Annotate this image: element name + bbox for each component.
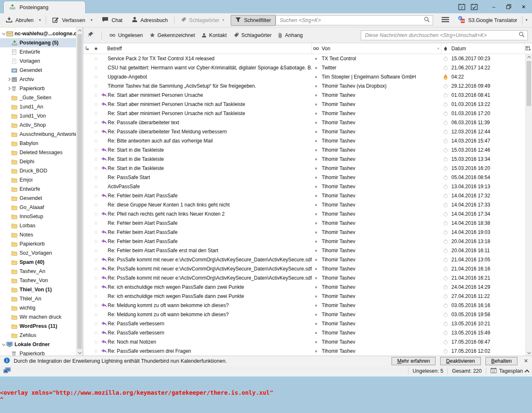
junk-status-icon[interactable] [441,246,450,255]
star-toggle[interactable]: ☆ [91,246,101,255]
translator-dropdown[interactable]: ▾ [523,16,530,24]
message-list-scrollbar[interactable] [525,54,532,356]
star-toggle[interactable]: ☆ [91,54,101,63]
folder-item-1und1-von[interactable]: 1und1_Von [0,111,83,120]
scroll-up-icon[interactable] [76,27,83,34]
folder-item-innosetup[interactable]: InnoSetup [0,212,83,221]
tab-posteingang[interactable]: Posteingang [3,1,86,13]
junk-status-icon[interactable] [441,328,450,337]
message-row[interactable]: ☆Re: Start in die TaskleisteTihomir Tash… [83,155,532,164]
folder-item-soz-vorlagen[interactable]: Soz_Vorlagen [0,248,83,258]
read-column-header[interactable] [312,43,320,54]
message-row[interactable]: ☆Upgrade-AngebotTim Stoepler | Engelmann… [83,72,532,81]
star-toggle[interactable]: ☆ [91,219,101,228]
folder-item-entw-rfe[interactable]: Entwürfe [0,47,83,57]
junk-status-icon[interactable] [441,219,450,228]
from-column-header[interactable]: Von ▾ [320,43,441,54]
get-messages-dropdown[interactable]: ▾ [37,16,43,24]
minimize-button[interactable]: – [487,1,500,12]
behalten-button[interactable]: Behalten [485,357,517,365]
thread-column-header[interactable] [83,43,91,54]
folder-item-emjoi[interactable]: Emjoi [0,175,83,184]
message-filter-input[interactable] [364,32,519,39]
message-row[interactable]: ☆Re: PassSafe verbessernTihomir Tashev13… [83,319,532,328]
junk-flag-icon[interactable] [441,72,450,81]
junk-status-icon[interactable] [441,63,450,72]
star-toggle[interactable]: ☆ [91,237,101,246]
message-row[interactable]: ☆Re: Start in die TaskleisteTihomir Tash… [83,145,532,155]
folder-item-lokale-ordner[interactable]: Lokale Ordner [0,340,83,349]
folder-item-babylon[interactable]: Babylon [0,139,83,148]
star-toggle[interactable]: ☆ [91,155,101,164]
junk-status-icon[interactable] [441,118,450,127]
message-row[interactable]: ☆Re: Passsafe überarbeiteter Text Meldun… [83,127,532,136]
star-toggle[interactable]: ☆ [91,81,101,91]
get-messages-button[interactable]: Abrufen [2,15,37,26]
today-pane-toggle[interactable]: 21 Tagesplan [490,367,529,375]
message-row[interactable]: ☆Tihomir Tashev hat die Sammlung „ActivS… [83,81,532,91]
message-row[interactable]: ☆Re: PssSafe kommt mit neuer e:\ActivCom… [83,264,532,273]
folder-item-go-alaaaf[interactable]: Go_Alaaaf [0,203,83,212]
junk-status-icon[interactable] [441,54,450,63]
expander-open-icon[interactable] [1,344,6,345]
message-row[interactable]: ☆Re: PassSafe StartTihomir Tashev05.04.2… [83,173,532,182]
folder-item-druck-bod[interactable]: Druck_BOD [0,166,83,175]
folder-item-nc-wahlehu-cologne-de[interactable]: nc-wahlehu@...cologne.de [0,29,83,38]
junk-status-icon[interactable] [441,109,450,118]
junk-status-icon[interactable] [441,337,450,347]
folder-item-wir-machen-druck[interactable]: Wir machen druck [0,312,83,322]
star-toggle[interactable]: ☆ [91,328,101,337]
folder-item-1und1-an[interactable]: 1und1_An [0,102,83,111]
folder-item-papierkorb[interactable]: Papierkorb [0,239,83,248]
junk-status-icon[interactable] [441,155,450,164]
junk-status-icon[interactable] [441,91,450,100]
star-toggle[interactable]: ☆ [91,191,101,200]
folder-item-thilel-an[interactable]: Thilel_An [0,294,83,303]
search-icon[interactable] [519,32,525,39]
star-toggle[interactable]: ☆ [91,310,101,319]
star-toggle[interactable]: ☆ [91,292,101,301]
column-picker-icon[interactable] [525,43,532,54]
junk-status-icon[interactable] [441,209,450,219]
folder-item-ausschreibung-antworten[interactable]: Ausschreibung_Antworten [0,130,83,139]
message-row[interactable]: ☆Re: Meldung kommt zu oft wann bekomme i… [83,301,532,310]
search-icon[interactable] [424,17,430,24]
star-toggle[interactable]: ☆ [91,347,101,356]
message-row[interactable]: ☆Re: Passsafe überarbeiteter textTihomir… [83,118,532,127]
folder-item-lorbas[interactable]: Lorbas [0,221,83,230]
junk-column-header[interactable] [441,43,450,54]
folder-item-archiv[interactable]: Archiv [0,75,83,84]
star-toggle[interactable]: ☆ [91,283,101,292]
scroll-down-icon[interactable] [76,349,83,356]
app-menu-button[interactable] [438,15,453,26]
folder-item-delphi[interactable]: Delphi [0,157,83,166]
star-toggle[interactable]: ☆ [91,264,101,273]
star-toggle[interactable]: ☆ [91,136,101,145]
folder-item-papierkorb[interactable]: Papierkorb [0,84,83,93]
junk-status-icon[interactable] [441,173,450,182]
folder-item-entw-rfe[interactable]: Entwürfe [0,184,83,194]
address-book-button[interactable]: Adressbuch [128,15,171,26]
calendar-tab-button[interactable]: 7 [456,2,467,12]
folder-item-deleted-messages[interactable]: Deleted Messages [0,148,83,157]
junk-status-icon[interactable] [441,81,450,91]
message-row[interactable]: ☆Re: ich entschuldige mich wegen PassSaf… [83,292,532,301]
junk-status-icon[interactable] [441,182,450,191]
junk-status-icon[interactable] [441,237,450,246]
star-toggle[interactable]: ☆ [91,127,101,136]
star-toggle[interactable]: ☆ [91,182,101,191]
message-row[interactable]: ☆Re: Pfeil nach rechts geht nach links N… [83,209,532,219]
star-toggle[interactable]: ☆ [91,200,101,209]
deaktivieren-button[interactable]: Deaktivieren [440,357,480,365]
message-row[interactable]: ☆Re: Fehler beim Atart PassSafeTihomir T… [83,228,532,237]
folder-item-zehlius[interactable]: Zehlius [0,331,83,340]
message-row[interactable]: ☆ActivPassSafeTihomir Tashev13.04.2016 1… [83,182,532,191]
junk-status-icon[interactable] [441,200,450,209]
star-toggle[interactable]: ☆ [91,319,101,328]
star-toggle[interactable]: ☆ [91,173,101,182]
scrollbar-thumb[interactable] [527,61,531,106]
subject-column-header[interactable]: Betreff [101,43,312,54]
star-toggle[interactable]: ☆ [91,118,101,127]
folder-item-wordpress-11[interactable]: WordPress (11) [0,322,83,331]
junk-status-icon[interactable] [441,301,450,310]
